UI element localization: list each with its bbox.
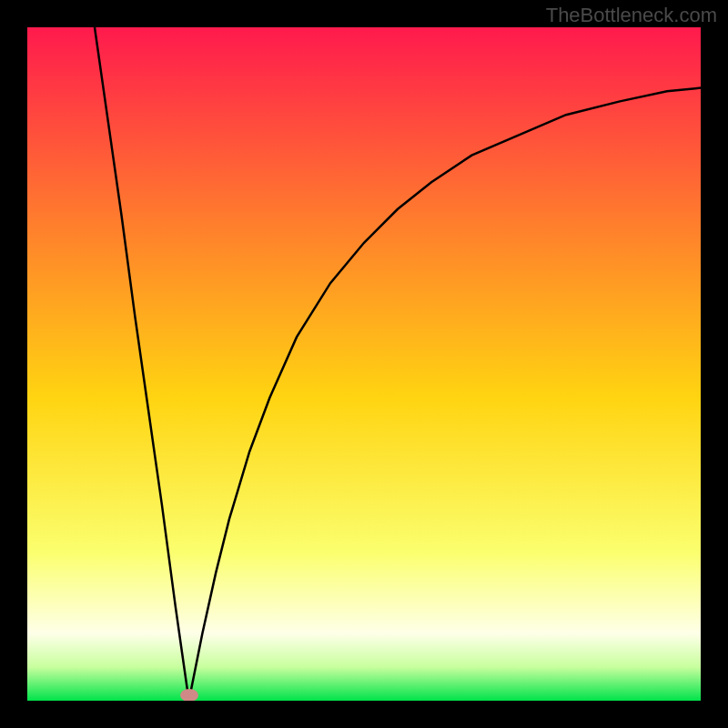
- bottleneck-curve: [27, 27, 701, 701]
- watermark-text: TheBottleneck.com: [546, 4, 717, 27]
- plot-area: [27, 27, 701, 701]
- minimum-point-marker: [180, 689, 198, 701]
- chart-frame: TheBottleneck.com: [0, 0, 728, 728]
